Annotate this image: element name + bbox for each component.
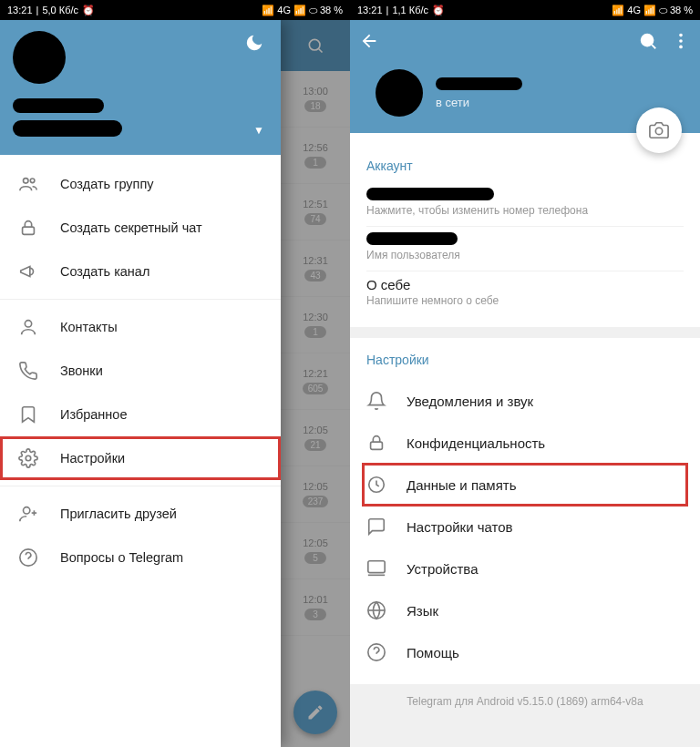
account-phone-redacted — [13, 120, 122, 137]
profile-name-redacted — [436, 77, 522, 90]
account-bio-hint: Напишите немного о себе — [366, 294, 684, 307]
drawer-item-label: Вопросы о Telegram — [60, 550, 183, 565]
status-divider: | — [386, 5, 389, 15]
sim-icon: 📶 — [612, 5, 624, 16]
svg-point-12 — [642, 35, 654, 46]
card-title-settings: Настройки — [366, 353, 684, 367]
moon-icon — [244, 33, 264, 53]
drawer-item-secret-chat[interactable]: Создать секретный чат — [0, 206, 281, 250]
drawer-item-saved[interactable]: Избранное — [0, 393, 281, 436]
megaphone-icon — [18, 261, 38, 281]
sim-icon: 📶 — [262, 5, 274, 16]
battery-level: 38 — [670, 5, 681, 15]
settings-item-devices[interactable]: Устройства — [366, 547, 684, 589]
profile-status: в сети — [436, 96, 522, 109]
drawer-item-settings[interactable]: Настройки — [0, 436, 281, 480]
status-divider: | — [36, 5, 39, 15]
monitor-icon — [366, 558, 386, 578]
group-icon — [18, 174, 38, 194]
lock-icon — [366, 433, 386, 453]
drawer-item-label: Контакты — [60, 320, 118, 334]
change-photo-fab[interactable] — [636, 107, 682, 153]
back-button[interactable] — [359, 31, 379, 55]
drawer-item-contacts[interactable]: Контакты — [0, 305, 281, 349]
settings-item-label: Язык — [407, 603, 438, 619]
drawer-item-new-group[interactable]: Создать группу — [0, 162, 281, 206]
alarm-icon: ⏰ — [82, 5, 95, 16]
search-button[interactable] — [638, 31, 658, 55]
signal-icon: 📶 — [643, 5, 656, 16]
settings-item-help[interactable]: Помощь — [366, 631, 684, 673]
avatar[interactable] — [376, 69, 423, 117]
help-icon — [18, 547, 38, 568]
settings-item-privacy[interactable]: Конфиденциальность — [366, 422, 684, 464]
phone-icon — [18, 361, 38, 381]
account-phone-row[interactable]: Нажмите, чтобы изменить номер телефона — [366, 182, 684, 227]
drawer-item-label: Создать группу — [60, 177, 154, 191]
account-phone-hint: Нажмите, чтобы изменить номер телефона — [366, 204, 684, 217]
bookmark-icon — [18, 404, 38, 425]
drawer-header[interactable]: ▼ — [0, 20, 281, 155]
drawer-item-label: Создать канал — [60, 264, 149, 279]
settings-item-data-storage[interactable]: Данные и память — [363, 464, 687, 506]
username-redacted — [366, 232, 458, 245]
settings-item-label: Уведомления и звук — [407, 394, 533, 409]
svg-point-14 — [679, 34, 683, 37]
version-footer: Telegram для Android v5.15.0 (1869) arm6… — [350, 684, 700, 719]
status-bar: 13:21 | 5,0 Кб/с ⏰ 📶 4G 📶 ⬭ 38 % — [0, 0, 350, 20]
account-card: Аккаунт Нажмите, чтобы изменить номер те… — [350, 133, 700, 327]
battery-percent: % — [684, 5, 693, 15]
night-mode-toggle[interactable] — [244, 33, 264, 56]
battery-icon: ⬭ — [309, 5, 317, 16]
svg-point-6 — [26, 455, 31, 461]
svg-rect-4 — [23, 227, 35, 234]
settings-item-chat-settings[interactable]: Настройки чатов — [366, 506, 684, 547]
settings-card: Настройки Уведомления и звук Конфиденциа… — [350, 338, 700, 684]
drawer-item-label: Звонки — [60, 363, 103, 378]
status-net-speed: 5,0 Кб/с — [42, 5, 78, 15]
settings-item-label: Конфиденциальность — [407, 435, 545, 451]
svg-point-7 — [24, 507, 30, 514]
dim-overlay[interactable] — [281, 20, 350, 747]
svg-point-2 — [24, 179, 29, 184]
svg-point-3 — [30, 179, 35, 183]
add-user-icon — [18, 504, 38, 524]
nav-drawer: ▼ Создать группу Создать секретный чат С… — [0, 20, 281, 747]
drawer-item-faq[interactable]: Вопросы о Telegram — [0, 536, 281, 579]
chevron-down-icon[interactable]: ▼ — [253, 124, 264, 137]
settings-item-label: Настройки чатов — [407, 519, 513, 535]
account-bio-row[interactable]: О себе Напишите немного о себе — [366, 271, 684, 316]
avatar[interactable] — [13, 31, 66, 84]
drawer-item-new-channel[interactable]: Создать канал — [0, 250, 281, 293]
drawer-item-label: Пригласить друзей — [60, 507, 177, 521]
bell-icon — [366, 391, 386, 411]
battery-level: 38 — [320, 5, 331, 15]
profile-header: в сети — [350, 20, 700, 133]
account-username-hint: Имя пользователя — [366, 249, 684, 261]
drawer-item-calls[interactable]: Звонки — [0, 349, 281, 393]
drawer-item-invite[interactable]: Пригласить друзей — [0, 492, 281, 536]
alarm-icon: ⏰ — [432, 5, 445, 16]
battery-percent: % — [334, 5, 343, 15]
phone-right: 13:21 | 1,1 Кб/с ⏰ 📶 4G 📶 ⬭ 38 % — [350, 0, 700, 747]
signal-label: 4G — [277, 5, 291, 15]
svg-point-5 — [25, 321, 31, 327]
account-username-row[interactable]: Имя пользователя — [366, 227, 684, 271]
svg-point-15 — [679, 39, 683, 43]
battery-icon: ⬭ — [659, 5, 667, 16]
account-bio-label: О себе — [366, 277, 684, 292]
settings-item-label: Устройства — [407, 561, 478, 577]
status-time: 13:21 — [7, 5, 33, 15]
svg-point-16 — [679, 46, 683, 49]
drawer-item-label: Настройки — [60, 451, 125, 466]
signal-icon: 📶 — [293, 5, 306, 16]
more-button[interactable] — [671, 31, 691, 55]
camera-icon — [649, 120, 669, 140]
clock-icon — [366, 475, 386, 495]
settings-item-notifications[interactable]: Уведомления и звук — [366, 380, 684, 422]
settings-item-language[interactable]: Язык — [366, 589, 684, 631]
svg-rect-18 — [371, 442, 383, 449]
svg-point-17 — [655, 128, 662, 134]
svg-line-13 — [652, 45, 655, 48]
lock-icon — [18, 218, 38, 238]
